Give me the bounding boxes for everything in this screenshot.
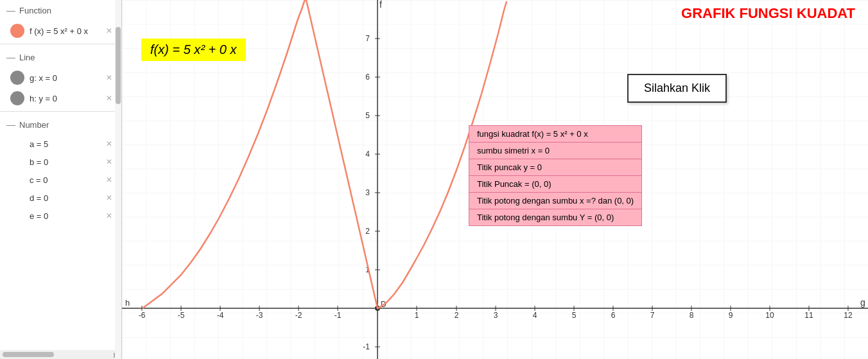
svg-text:7: 7 xyxy=(365,34,370,43)
number-c-close[interactable]: ✕ xyxy=(103,174,115,186)
info-row-4: Titik potong dengan sumbu x =? dan (0, 0… xyxy=(469,192,642,209)
line-g-color xyxy=(10,71,24,85)
number-e-label: e = 0 xyxy=(30,211,98,221)
sidebar-vertical-scroll[interactable] xyxy=(115,0,121,359)
number-d-close[interactable]: ✕ xyxy=(103,192,115,204)
number-item-c: c = 0 ✕ xyxy=(0,171,121,189)
sidebar: — Function f (x) = 5 x² + 0 x ✕ — Line g… xyxy=(0,0,122,359)
graph-title: GRAFIK FUNGSI KUADAT xyxy=(681,5,855,22)
svg-text:-3: -3 xyxy=(256,311,263,320)
info-button[interactable]: Silahkan Klik xyxy=(627,74,727,103)
number-b-close[interactable]: ✕ xyxy=(103,156,115,168)
number-item-b: b = 0 ✕ xyxy=(0,153,121,171)
svg-text:h: h xyxy=(125,298,130,308)
svg-text:-1: -1 xyxy=(363,342,370,351)
main-graph-area: -6 -5 -4 -3 -2 -1 1 2 3 4 5 6 7 xyxy=(122,0,868,359)
svg-text:2: 2 xyxy=(455,311,459,320)
info-row-3: Titik Puncak = (0, 0) xyxy=(469,175,642,192)
line-h-label: h: y = 0 xyxy=(30,94,98,103)
scrollbar-thumb[interactable] xyxy=(3,352,54,357)
info-row-2: Titik puncak y = 0 xyxy=(469,159,642,175)
line-item-g: g: x = 0 ✕ xyxy=(0,67,121,88)
svg-text:3: 3 xyxy=(494,311,498,320)
formula-box: f(x) = 5 x² + 0 x xyxy=(141,39,246,61)
section-line-label: Line xyxy=(19,53,35,62)
svg-text:g: g xyxy=(860,297,865,308)
svg-text:f: f xyxy=(379,0,382,10)
svg-text:8: 8 xyxy=(690,311,694,320)
info-row-5: Titik potong dengan sumbu Y = (0, 0) xyxy=(469,209,642,226)
line-g-close[interactable]: ✕ xyxy=(103,72,115,83)
section-function[interactable]: — Function xyxy=(0,0,121,21)
function-f-close[interactable]: ✕ xyxy=(103,25,115,37)
svg-text:7: 7 xyxy=(650,311,655,320)
svg-text:5: 5 xyxy=(572,311,577,320)
number-c-label: c = 0 xyxy=(30,175,98,185)
svg-text:4: 4 xyxy=(533,311,537,320)
line-h-close[interactable]: ✕ xyxy=(103,92,115,104)
svg-text:-6: -6 xyxy=(139,311,146,320)
number-a-label: a = 5 xyxy=(30,139,98,149)
number-item-e: e = 0 ✕ xyxy=(0,207,121,225)
svg-text:5: 5 xyxy=(365,111,370,120)
collapse-number-icon: — xyxy=(6,119,15,130)
svg-text:-4: -4 xyxy=(217,311,224,320)
function-f-label: f (x) = 5 x² + 0 x xyxy=(30,26,98,36)
function-f-color xyxy=(10,24,24,38)
svg-text:9: 9 xyxy=(729,311,733,320)
section-function-label: Function xyxy=(19,6,51,15)
section-number[interactable]: — Number xyxy=(0,114,121,135)
svg-text:2: 2 xyxy=(365,227,370,236)
number-b-label: b = 0 xyxy=(30,157,98,167)
section-line[interactable]: — Line xyxy=(0,47,121,67)
number-item-d: d = 0 ✕ xyxy=(0,189,121,207)
line-h-color xyxy=(10,91,24,105)
svg-text:6: 6 xyxy=(611,311,616,320)
function-item-f: f (x) = 5 x² + 0 x ✕ xyxy=(0,21,121,41)
svg-text:11: 11 xyxy=(804,311,813,320)
svg-text:3: 3 xyxy=(365,188,370,197)
sidebar-scrollbar[interactable]: ▶ xyxy=(0,350,121,359)
number-item-a: a = 5 ✕ xyxy=(0,135,121,153)
svg-text:-1: -1 xyxy=(334,311,342,320)
svg-text:12: 12 xyxy=(844,311,853,320)
svg-text:4: 4 xyxy=(365,150,370,159)
number-a-close[interactable]: ✕ xyxy=(103,138,115,150)
line-g-label: g: x = 0 xyxy=(30,73,98,83)
number-d-label: d = 0 xyxy=(30,193,98,203)
section-number-label: Number xyxy=(19,120,49,130)
svg-text:1: 1 xyxy=(415,311,419,320)
number-e-close[interactable]: ✕ xyxy=(103,210,115,222)
collapse-function-icon: — xyxy=(6,5,15,15)
svg-text:-2: -2 xyxy=(295,311,302,320)
info-row-0: fungsi kuadrat f(x) = 5 x² + 0 x xyxy=(469,125,642,142)
line-item-h: h: y = 0 ✕ xyxy=(0,88,121,109)
info-row-1: sumbu simetri x = 0 xyxy=(469,142,642,159)
collapse-line-icon: — xyxy=(6,52,15,62)
info-panel: fungsi kuadrat f(x) = 5 x² + 0 x sumbu s… xyxy=(469,125,642,226)
svg-text:-5: -5 xyxy=(178,311,185,320)
sidebar-scroll-thumb[interactable] xyxy=(116,27,121,104)
svg-text:10: 10 xyxy=(765,311,774,320)
svg-text:6: 6 xyxy=(365,73,370,82)
